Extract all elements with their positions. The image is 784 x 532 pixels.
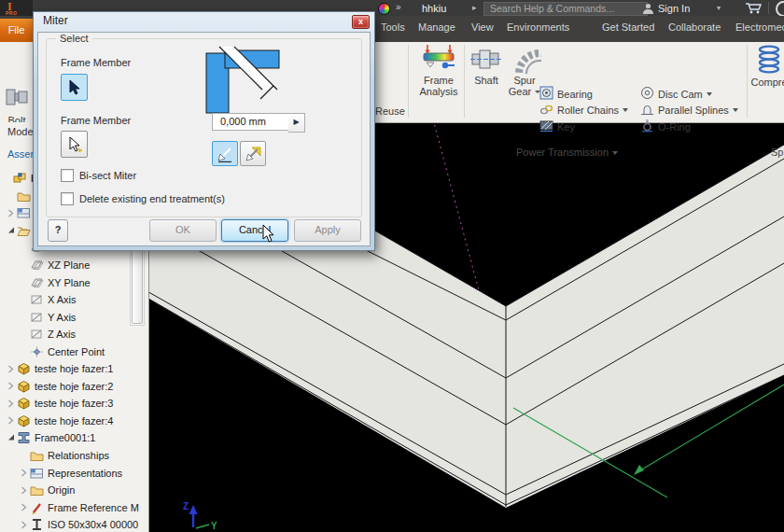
dialog-close-button[interactable]: x: [352, 15, 370, 29]
app-logo[interactable]: I PRO: [0, 0, 33, 16]
miter-option-1-button[interactable]: [212, 141, 238, 166]
apply-button[interactable]: Apply: [294, 219, 361, 242]
search-input[interactable]: Search Help & Commands...: [483, 2, 648, 16]
tree-item-label: XY Plane: [48, 277, 91, 288]
tree-item-teste-hoje-fazer-4[interactable]: teste hoje fazer:4: [0, 413, 149, 430]
cancel-button[interactable]: Cancel: [221, 219, 288, 242]
ribbon-tab-tools[interactable]: Tools: [381, 21, 405, 33]
expand-icon[interactable]: [19, 503, 29, 511]
expand-icon[interactable]: [6, 399, 16, 408]
tree-item-teste-hoje-fazer-3[interactable]: teste hoje fazer:3: [0, 395, 149, 413]
value-flyout-button[interactable]: ▶: [288, 113, 305, 133]
compression-spring-button[interactable]: Compre: [750, 44, 784, 89]
tree-item-frame0001-1[interactable]: Frame0001:1: [0, 429, 149, 447]
qat-overflow-icon[interactable]: »: [396, 2, 401, 12]
ribbon-tab-electromech[interactable]: Electromech: [735, 21, 784, 33]
tree-item-label: X Axis: [48, 294, 77, 305]
titlebar-separator: [768, 2, 769, 14]
frame-member-1-select-button[interactable]: [61, 74, 88, 101]
expand-icon[interactable]: [19, 521, 29, 529]
sign-in-button[interactable]: Sign In: [658, 3, 690, 14]
key-button[interactable]: Key: [539, 119, 575, 134]
panel-separator: [747, 45, 748, 118]
ribbon-tab-get-started[interactable]: Get Started: [602, 21, 654, 33]
parallel-splines-button[interactable]: Parallel Splines: [640, 103, 738, 119]
tree-item-label: Frame Reference M: [48, 502, 139, 513]
bearing-button[interactable]: Bearing: [539, 86, 593, 102]
tree-item-x-axis[interactable]: X Axis: [0, 291, 149, 309]
shaft-button[interactable]: Shaft: [468, 44, 505, 87]
sign-in-dropdown-icon[interactable]: ▾: [717, 4, 721, 12]
tree-item-label: Center Point: [48, 346, 105, 357]
miter-option-2-button[interactable]: [240, 141, 266, 166]
ribbon-tab-environments[interactable]: Environments: [507, 21, 569, 33]
frame-member-2-select-button[interactable]: [61, 131, 88, 158]
tree-item-label: Representations: [48, 468, 122, 479]
frame-analysis-label-1: Frame: [413, 76, 464, 87]
ribbon-tab-manage[interactable]: Manage: [418, 21, 455, 33]
help-circle-icon[interactable]: [776, 1, 784, 17]
frame-analysis-label-2: Analysis: [413, 87, 464, 98]
bolt-icon: [5, 87, 29, 113]
expand-icon[interactable]: [19, 486, 29, 495]
tree-item-xy-plane[interactable]: XY Plane: [0, 273, 149, 291]
tree-item-origin[interactable]: Origin: [0, 482, 149, 499]
store-cart-icon[interactable]: [745, 2, 763, 14]
dropdown-arrow-icon: [733, 108, 738, 112]
tree-item-label: ISO 50x30x4 00000: [48, 519, 138, 530]
tree-item-center-point[interactable]: Center Point: [0, 343, 149, 360]
app-menu-icon[interactable]: [378, 3, 390, 15]
roller-chains-button[interactable]: Roller Chains: [539, 103, 628, 119]
expand-icon[interactable]: [6, 209, 16, 217]
expand-icon[interactable]: [6, 227, 16, 234]
bisect-miter-checkbox[interactable]: Bi-sect Miter: [61, 169, 136, 182]
delete-end-treatments-checkbox[interactable]: Delete existing end treatment(s): [61, 192, 225, 205]
shaft-label: Shaft: [468, 76, 505, 87]
help-button[interactable]: ?: [48, 219, 68, 242]
tree-item-teste-hoje-fazer-1[interactable]: teste hoje fazer:1: [0, 360, 149, 378]
reuse-button[interactable]: Reuse: [375, 105, 405, 117]
mouse-cursor: [262, 224, 276, 244]
expand-icon[interactable]: [6, 434, 16, 441]
browser-header: Model: [7, 126, 35, 137]
expand-icon[interactable]: [6, 365, 16, 373]
tree-item-label: XZ Plane: [48, 259, 90, 271]
tree-item-iso-50x30x4-00000[interactable]: ISO 50x30x4 00000: [0, 516, 149, 532]
ok-button[interactable]: OK: [149, 219, 217, 242]
checkbox-box[interactable]: [61, 169, 74, 182]
ribbon-tab-collaborate[interactable]: Collaborate: [668, 21, 721, 33]
disc-cam-icon: [640, 86, 654, 102]
file-menu-button[interactable]: File: [0, 19, 33, 42]
panel-label-spring[interactable]: Sp: [771, 147, 783, 158]
plane-icon: [29, 259, 44, 272]
tree-item-relationships[interactable]: Relationships: [0, 447, 149, 465]
axis-icon: [29, 311, 44, 324]
work-axis-magenta[interactable]: [433, 122, 479, 290]
tree-item-label: Origin: [48, 484, 75, 496]
tree-item-z-axis[interactable]: Z Axis: [0, 326, 149, 343]
tree-item-xz-plane[interactable]: XZ Plane: [0, 257, 149, 274]
part-icon: [16, 362, 31, 375]
spur-gear-icon: [508, 44, 541, 74]
ribbon-tab-view[interactable]: View: [471, 21, 494, 33]
tree-item-frame-reference-m[interactable]: Frame Reference M: [0, 498, 149, 516]
panel-label-power-transmission[interactable]: Power Transmission: [516, 147, 618, 158]
tree-item-y-axis[interactable]: Y Axis: [0, 308, 149, 326]
tree-item-representations[interactable]: Representations: [0, 464, 149, 482]
expand-icon[interactable]: [6, 382, 16, 390]
tree-item-teste-hoje-fazer-2[interactable]: teste hoje fazer:2: [0, 378, 149, 396]
disc-cam-button[interactable]: Disc Cam: [640, 86, 712, 102]
doc-arrow-icon[interactable]: ▸: [472, 3, 477, 12]
app-window: » hhkiu ▸ Search Help & Commands... Sign…: [0, 0, 784, 532]
checkbox-box[interactable]: [61, 192, 74, 205]
bearing-icon: [539, 86, 553, 102]
expand-icon[interactable]: [6, 416, 16, 425]
expand-icon[interactable]: [19, 469, 29, 477]
spur-gear-button[interactable]: Spur Gear: [505, 44, 544, 97]
folder-icon: [29, 483, 44, 497]
frame-analysis-button[interactable]: Frame Analysis: [413, 44, 464, 97]
miter-option-1-icon: [217, 146, 233, 162]
miter-gap-input[interactable]: 0,000 mm: [212, 113, 296, 131]
plane-icon: [29, 276, 44, 289]
o-ring-button[interactable]: O-Ring: [640, 119, 691, 134]
